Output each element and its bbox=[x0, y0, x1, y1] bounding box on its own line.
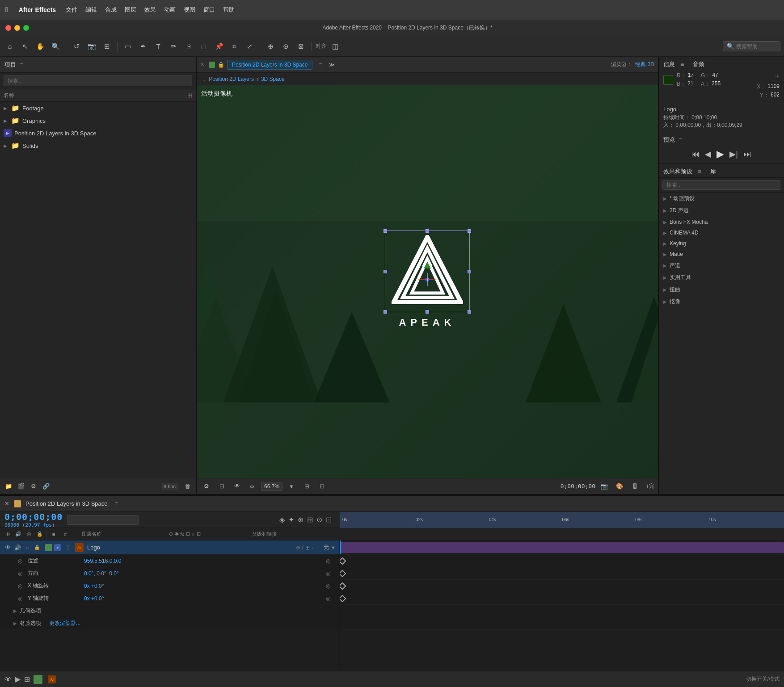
fit-frame-icon[interactable]: ⊞ bbox=[300, 480, 313, 493]
snap-tool[interactable]: ⊠ bbox=[295, 40, 307, 53]
layer-vis-icon[interactable]: 👁 bbox=[4, 544, 12, 551]
project-item-graphics[interactable]: ▶ 📁 Graphics bbox=[0, 114, 196, 127]
effects-menu-icon[interactable]: ≡ bbox=[698, 168, 701, 175]
prop-stopwatch-position[interactable]: ◎ bbox=[18, 558, 25, 564]
timeline-menu-icon[interactable]: ≡ bbox=[115, 500, 118, 507]
effect-keying[interactable]: ▶ Keying bbox=[659, 238, 784, 249]
layer-parent-dropdown[interactable]: ▼ bbox=[331, 545, 336, 550]
clone-tool[interactable]: ⎘ bbox=[182, 40, 195, 53]
menu-comp[interactable]: 合成 bbox=[105, 6, 117, 14]
channels-icon[interactable]: 🎛 bbox=[628, 480, 641, 493]
zoom-tool[interactable]: 🔍 bbox=[49, 40, 62, 53]
eraser-tool[interactable]: ◻ bbox=[198, 40, 210, 53]
timeline-effects-icon[interactable]: ✦ bbox=[288, 515, 294, 524]
preview-menu-icon[interactable]: ≡ bbox=[679, 136, 682, 143]
align-left[interactable]: ◫ bbox=[329, 40, 341, 53]
project-search-input[interactable] bbox=[4, 75, 192, 86]
keyframe-marker-yrot[interactable] bbox=[340, 595, 346, 602]
prop-value-yrot[interactable]: 0x +0.0° bbox=[84, 595, 104, 602]
menu-window[interactable]: 窗口 bbox=[203, 6, 215, 14]
info-tab[interactable]: 信息 bbox=[663, 60, 675, 68]
layer-3d-icon[interactable]: ⊞ bbox=[305, 545, 310, 551]
renderer-link[interactable]: 更改渲染器... bbox=[49, 620, 80, 627]
project-item-footage[interactable]: ▶ 📁 Footage bbox=[0, 102, 196, 114]
timeline-bottom-icon-1[interactable]: 👁 bbox=[4, 675, 12, 683]
layer-switch-4[interactable]: ○ bbox=[312, 545, 315, 551]
comp-settings-icon[interactable]: ⚙ bbox=[200, 480, 213, 493]
safe-margin-icon[interactable]: ⊡ bbox=[316, 480, 328, 493]
effect-cinema4d[interactable]: ▶ CINEMA 4D bbox=[659, 227, 784, 238]
prop-stopwatch-orientation[interactable]: ◎ bbox=[18, 570, 25, 577]
brush-tool[interactable]: ✏ bbox=[167, 40, 180, 53]
prop-section-geometry[interactable]: ▶ 几何选项 bbox=[0, 605, 339, 617]
new-folder-button[interactable]: 📁 bbox=[4, 482, 13, 491]
menu-animation[interactable]: 动画 bbox=[164, 6, 176, 14]
project-menu-icon[interactable]: ≡ bbox=[20, 61, 23, 68]
zoom-dropdown-icon[interactable]: ▼ bbox=[285, 480, 298, 493]
timeline-graph-icon[interactable]: ⊙ bbox=[316, 515, 322, 524]
comp-viewer-menu-icon[interactable]: ≡ bbox=[319, 61, 322, 68]
effect-utility[interactable]: ▶ 实用工具 bbox=[659, 272, 784, 284]
maximize-button[interactable] bbox=[23, 25, 29, 31]
prop-section-material[interactable]: ▶ 材质选项 更改渲染器... bbox=[0, 617, 339, 630]
effect-boris-fx[interactable]: ▶ Boris FX Mocha bbox=[659, 217, 784, 227]
transform-tool[interactable]: ⊛ bbox=[279, 40, 292, 53]
prop-link-yrot[interactable]: ◎ bbox=[326, 595, 330, 602]
arrange-icon[interactable]: ⊞ bbox=[187, 92, 192, 99]
keyframe-marker-xrot[interactable] bbox=[340, 582, 346, 590]
menu-help[interactable]: 帮助 bbox=[223, 6, 235, 14]
menu-file[interactable]: 文件 bbox=[66, 6, 77, 14]
prop-link-position[interactable]: ◎ bbox=[326, 558, 330, 564]
renderer-value[interactable]: 经典 3D bbox=[635, 61, 654, 68]
comp-3d-icon[interactable]: ∞ bbox=[246, 480, 258, 493]
prop-value-xrot[interactable]: 0x +0.0° bbox=[84, 583, 104, 589]
color-correct-icon[interactable]: 🎨 bbox=[613, 480, 626, 493]
layer-switch-1[interactable]: ⊕ bbox=[296, 545, 300, 551]
puppet-tool[interactable]: ⌗ bbox=[228, 40, 240, 53]
effects-presets-tab[interactable]: 效果和预设 bbox=[663, 168, 692, 176]
timeline-export-icon[interactable]: ⊡ bbox=[326, 515, 332, 524]
select-tool[interactable]: ↖ bbox=[19, 40, 31, 53]
app-name[interactable]: After Effects bbox=[19, 6, 56, 13]
comp-preview-icon[interactable]: 👁 bbox=[231, 480, 243, 493]
next-frame-button[interactable]: ▶| bbox=[729, 149, 738, 159]
timeline-close-icon[interactable]: ✕ bbox=[4, 500, 9, 507]
comp-viewer-tab[interactable]: Position 2D Layers in 3D Space bbox=[227, 60, 312, 70]
comp-grid-icon[interactable]: ⊡ bbox=[215, 480, 228, 493]
shape-tool[interactable]: ▭ bbox=[122, 40, 134, 53]
camera-tool[interactable]: 📷 bbox=[85, 40, 98, 53]
menu-effect[interactable]: 效果 bbox=[144, 6, 156, 14]
playhead-indicator[interactable] bbox=[340, 540, 341, 554]
timeline-3d-icon[interactable]: ⊞ bbox=[307, 515, 313, 524]
prop-value-orientation[interactable]: 0.0°, 0.0°, 0.0° bbox=[84, 570, 119, 577]
project-item-comp[interactable]: ▶ Position 2D Layers in 3D Space bbox=[0, 127, 196, 139]
comp-tab-close-icon[interactable]: ✕ bbox=[200, 62, 204, 67]
grid-tool[interactable]: ⊞ bbox=[101, 40, 113, 53]
snapshot-icon[interactable]: 📷 bbox=[598, 480, 611, 493]
play-button[interactable]: ▶ bbox=[717, 148, 724, 160]
zoom-level[interactable]: 66.7% bbox=[261, 482, 282, 491]
menu-edit[interactable]: 编辑 bbox=[85, 6, 97, 14]
effect-matte[interactable]: ▶ Matte bbox=[659, 249, 784, 260]
pen-tool[interactable]: ✒ bbox=[137, 40, 149, 53]
hand-tool[interactable]: ✋ bbox=[34, 40, 46, 53]
handle-bottom-center[interactable] bbox=[426, 310, 429, 314]
info-menu-icon[interactable]: ≡ bbox=[680, 61, 684, 68]
audio-tab[interactable]: 音频 bbox=[693, 60, 704, 68]
timeline-bottom-icon-3[interactable]: ⊞ bbox=[24, 675, 30, 683]
project-item-solids[interactable]: ▶ 📁 Solids bbox=[0, 139, 196, 152]
prop-link-xrot[interactable]: ◎ bbox=[326, 583, 330, 589]
layer-switch-2[interactable]: / bbox=[302, 545, 303, 551]
layer-solo-icon[interactable]: ○ bbox=[23, 545, 31, 550]
go-last-button[interactable]: ⏭ bbox=[743, 150, 751, 159]
prop-stopwatch-xrot[interactable]: ◎ bbox=[18, 583, 25, 589]
settings-button[interactable]: ⚙ bbox=[29, 482, 38, 491]
delete-button[interactable]: 🗑 bbox=[182, 482, 192, 491]
effect-distort[interactable]: ▶ 扭曲 bbox=[659, 284, 784, 296]
effect-channel[interactable]: ▶ 声道 bbox=[659, 260, 784, 272]
home-button[interactable]: ⌂ bbox=[4, 40, 16, 53]
help-search-input[interactable] bbox=[736, 43, 776, 50]
effect-3d-channel[interactable]: ▶ 3D 声道 bbox=[659, 205, 784, 217]
library-tab[interactable]: 库 bbox=[710, 168, 716, 176]
close-button[interactable] bbox=[5, 25, 11, 31]
